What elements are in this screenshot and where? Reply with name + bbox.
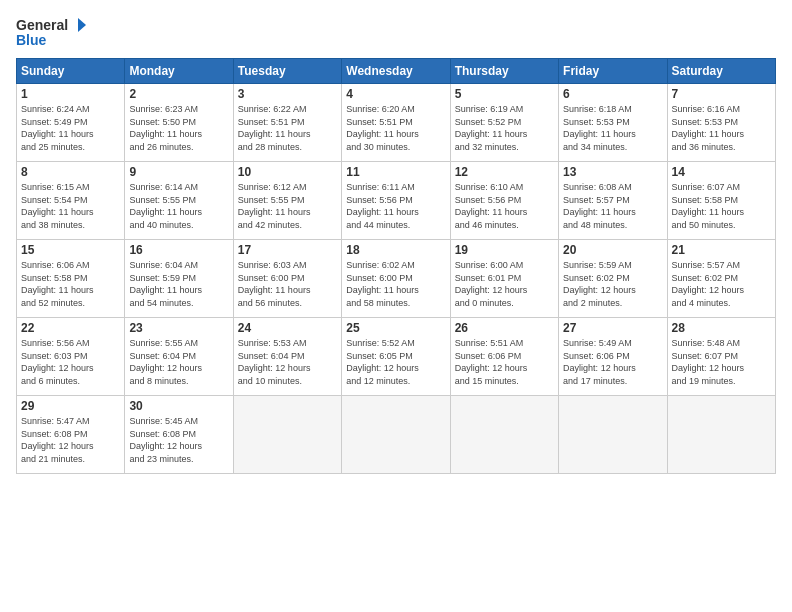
table-row xyxy=(233,396,341,474)
table-row xyxy=(559,396,667,474)
day-info: Sunrise: 5:59 AM Sunset: 6:02 PM Dayligh… xyxy=(563,259,662,309)
day-number: 29 xyxy=(21,399,120,413)
day-info: Sunrise: 6:22 AM Sunset: 5:51 PM Dayligh… xyxy=(238,103,337,153)
day-info: Sunrise: 6:06 AM Sunset: 5:58 PM Dayligh… xyxy=(21,259,120,309)
day-info: Sunrise: 6:08 AM Sunset: 5:57 PM Dayligh… xyxy=(563,181,662,231)
table-row: 28Sunrise: 5:48 AM Sunset: 6:07 PM Dayli… xyxy=(667,318,775,396)
day-info: Sunrise: 6:04 AM Sunset: 5:59 PM Dayligh… xyxy=(129,259,228,309)
calendar-week-3: 15Sunrise: 6:06 AM Sunset: 5:58 PM Dayli… xyxy=(17,240,776,318)
logo-general: General xyxy=(16,17,68,33)
day-info: Sunrise: 6:15 AM Sunset: 5:54 PM Dayligh… xyxy=(21,181,120,231)
logo: General Blue xyxy=(16,16,88,48)
day-info: Sunrise: 6:10 AM Sunset: 5:56 PM Dayligh… xyxy=(455,181,554,231)
logo-arrow-icon xyxy=(70,16,88,34)
table-row: 14Sunrise: 6:07 AM Sunset: 5:58 PM Dayli… xyxy=(667,162,775,240)
col-header-wednesday: Wednesday xyxy=(342,59,450,84)
table-row: 21Sunrise: 5:57 AM Sunset: 6:02 PM Dayli… xyxy=(667,240,775,318)
table-row: 7Sunrise: 6:16 AM Sunset: 5:53 PM Daylig… xyxy=(667,84,775,162)
table-row: 30Sunrise: 5:45 AM Sunset: 6:08 PM Dayli… xyxy=(125,396,233,474)
table-row: 4Sunrise: 6:20 AM Sunset: 5:51 PM Daylig… xyxy=(342,84,450,162)
page-header: General Blue xyxy=(16,16,776,48)
day-number: 5 xyxy=(455,87,554,101)
col-header-friday: Friday xyxy=(559,59,667,84)
header-row: SundayMondayTuesdayWednesdayThursdayFrid… xyxy=(17,59,776,84)
day-info: Sunrise: 6:07 AM Sunset: 5:58 PM Dayligh… xyxy=(672,181,771,231)
day-number: 16 xyxy=(129,243,228,257)
day-number: 14 xyxy=(672,165,771,179)
day-info: Sunrise: 6:00 AM Sunset: 6:01 PM Dayligh… xyxy=(455,259,554,309)
table-row: 11Sunrise: 6:11 AM Sunset: 5:56 PM Dayli… xyxy=(342,162,450,240)
day-number: 3 xyxy=(238,87,337,101)
day-info: Sunrise: 5:51 AM Sunset: 6:06 PM Dayligh… xyxy=(455,337,554,387)
table-row: 27Sunrise: 5:49 AM Sunset: 6:06 PM Dayli… xyxy=(559,318,667,396)
table-row: 8Sunrise: 6:15 AM Sunset: 5:54 PM Daylig… xyxy=(17,162,125,240)
day-info: Sunrise: 5:45 AM Sunset: 6:08 PM Dayligh… xyxy=(129,415,228,465)
day-info: Sunrise: 6:14 AM Sunset: 5:55 PM Dayligh… xyxy=(129,181,228,231)
table-row: 18Sunrise: 6:02 AM Sunset: 6:00 PM Dayli… xyxy=(342,240,450,318)
day-number: 9 xyxy=(129,165,228,179)
day-info: Sunrise: 6:02 AM Sunset: 6:00 PM Dayligh… xyxy=(346,259,445,309)
day-number: 22 xyxy=(21,321,120,335)
day-info: Sunrise: 5:53 AM Sunset: 6:04 PM Dayligh… xyxy=(238,337,337,387)
day-info: Sunrise: 6:11 AM Sunset: 5:56 PM Dayligh… xyxy=(346,181,445,231)
day-number: 18 xyxy=(346,243,445,257)
day-number: 27 xyxy=(563,321,662,335)
col-header-saturday: Saturday xyxy=(667,59,775,84)
table-row: 24Sunrise: 5:53 AM Sunset: 6:04 PM Dayli… xyxy=(233,318,341,396)
day-number: 21 xyxy=(672,243,771,257)
day-info: Sunrise: 5:49 AM Sunset: 6:06 PM Dayligh… xyxy=(563,337,662,387)
day-number: 23 xyxy=(129,321,228,335)
day-info: Sunrise: 6:19 AM Sunset: 5:52 PM Dayligh… xyxy=(455,103,554,153)
day-info: Sunrise: 5:48 AM Sunset: 6:07 PM Dayligh… xyxy=(672,337,771,387)
table-row xyxy=(342,396,450,474)
day-info: Sunrise: 6:16 AM Sunset: 5:53 PM Dayligh… xyxy=(672,103,771,153)
table-row: 22Sunrise: 5:56 AM Sunset: 6:03 PM Dayli… xyxy=(17,318,125,396)
day-number: 17 xyxy=(238,243,337,257)
table-row: 23Sunrise: 5:55 AM Sunset: 6:04 PM Dayli… xyxy=(125,318,233,396)
day-number: 30 xyxy=(129,399,228,413)
day-number: 24 xyxy=(238,321,337,335)
day-info: Sunrise: 5:56 AM Sunset: 6:03 PM Dayligh… xyxy=(21,337,120,387)
day-number: 15 xyxy=(21,243,120,257)
day-number: 2 xyxy=(129,87,228,101)
table-row xyxy=(667,396,775,474)
table-row: 12Sunrise: 6:10 AM Sunset: 5:56 PM Dayli… xyxy=(450,162,558,240)
table-row: 3Sunrise: 6:22 AM Sunset: 5:51 PM Daylig… xyxy=(233,84,341,162)
day-number: 4 xyxy=(346,87,445,101)
day-info: Sunrise: 6:24 AM Sunset: 5:49 PM Dayligh… xyxy=(21,103,120,153)
day-number: 7 xyxy=(672,87,771,101)
table-row: 6Sunrise: 6:18 AM Sunset: 5:53 PM Daylig… xyxy=(559,84,667,162)
col-header-thursday: Thursday xyxy=(450,59,558,84)
table-row: 10Sunrise: 6:12 AM Sunset: 5:55 PM Dayli… xyxy=(233,162,341,240)
day-number: 28 xyxy=(672,321,771,335)
day-info: Sunrise: 5:55 AM Sunset: 6:04 PM Dayligh… xyxy=(129,337,228,387)
day-info: Sunrise: 6:23 AM Sunset: 5:50 PM Dayligh… xyxy=(129,103,228,153)
day-number: 10 xyxy=(238,165,337,179)
calendar-week-5: 29Sunrise: 5:47 AM Sunset: 6:08 PM Dayli… xyxy=(17,396,776,474)
day-number: 1 xyxy=(21,87,120,101)
day-number: 11 xyxy=(346,165,445,179)
table-row: 25Sunrise: 5:52 AM Sunset: 6:05 PM Dayli… xyxy=(342,318,450,396)
logo-blue: Blue xyxy=(16,32,46,48)
day-number: 19 xyxy=(455,243,554,257)
table-row: 15Sunrise: 6:06 AM Sunset: 5:58 PM Dayli… xyxy=(17,240,125,318)
day-number: 6 xyxy=(563,87,662,101)
table-row: 5Sunrise: 6:19 AM Sunset: 5:52 PM Daylig… xyxy=(450,84,558,162)
day-info: Sunrise: 5:47 AM Sunset: 6:08 PM Dayligh… xyxy=(21,415,120,465)
calendar-week-2: 8Sunrise: 6:15 AM Sunset: 5:54 PM Daylig… xyxy=(17,162,776,240)
day-number: 25 xyxy=(346,321,445,335)
table-row: 1Sunrise: 6:24 AM Sunset: 5:49 PM Daylig… xyxy=(17,84,125,162)
col-header-sunday: Sunday xyxy=(17,59,125,84)
day-number: 8 xyxy=(21,165,120,179)
day-number: 12 xyxy=(455,165,554,179)
table-row: 26Sunrise: 5:51 AM Sunset: 6:06 PM Dayli… xyxy=(450,318,558,396)
table-row: 16Sunrise: 6:04 AM Sunset: 5:59 PM Dayli… xyxy=(125,240,233,318)
calendar-week-4: 22Sunrise: 5:56 AM Sunset: 6:03 PM Dayli… xyxy=(17,318,776,396)
day-info: Sunrise: 6:18 AM Sunset: 5:53 PM Dayligh… xyxy=(563,103,662,153)
col-header-monday: Monday xyxy=(125,59,233,84)
calendar-week-1: 1Sunrise: 6:24 AM Sunset: 5:49 PM Daylig… xyxy=(17,84,776,162)
table-row xyxy=(450,396,558,474)
day-info: Sunrise: 6:12 AM Sunset: 5:55 PM Dayligh… xyxy=(238,181,337,231)
day-info: Sunrise: 5:52 AM Sunset: 6:05 PM Dayligh… xyxy=(346,337,445,387)
day-number: 13 xyxy=(563,165,662,179)
